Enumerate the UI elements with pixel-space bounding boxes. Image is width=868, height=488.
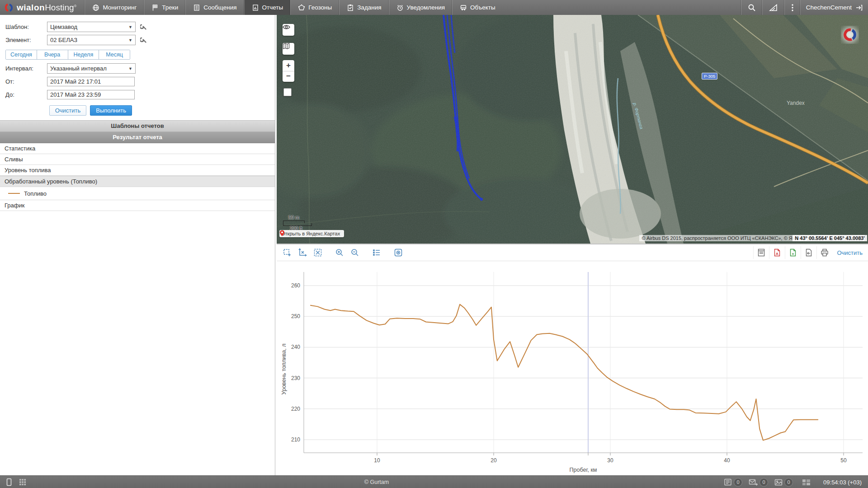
nav-item-messages[interactable]: Сообщения (185, 0, 244, 15)
interval-row: Интервал: Указанный интервал▼ (5, 62, 275, 75)
export-pdf-icon: A (773, 248, 782, 257)
clipboard-icon (347, 4, 354, 11)
tab-today[interactable]: Сегодня (6, 50, 37, 59)
zoom-controls: + − (283, 60, 294, 82)
nav-item-notifications[interactable]: Уведомления (389, 0, 452, 15)
template-select[interactable]: Цемзавод▼ (47, 22, 136, 32)
nav-item-reports[interactable]: Отчеты (244, 0, 291, 15)
export-pdf-button[interactable]: A (769, 246, 785, 259)
chart-zoom-in-button[interactable] (333, 246, 346, 259)
report-table-icon (757, 248, 766, 257)
zoom-in-icon (335, 248, 344, 257)
tab-yesterday[interactable]: Вчера (37, 50, 68, 59)
map-canvas[interactable]: + − 50 m 200 ft Открыть в Яндекс.Картах … (277, 15, 868, 244)
nav-item-monitoring[interactable]: Мониторинг (85, 0, 144, 15)
svg-text:10: 10 (374, 457, 380, 464)
template-settings-button[interactable] (140, 23, 147, 30)
geofence-icon (298, 4, 305, 11)
zoom-out-button[interactable]: − (283, 71, 294, 82)
legend-list-icon (372, 248, 381, 257)
media-counter[interactable]: 0 (774, 478, 793, 487)
nav-item-geofences[interactable]: Геозоны (290, 0, 339, 15)
map-mini-checkbox[interactable] (283, 88, 292, 96)
chart-clear-link[interactable]: Очистить (837, 249, 863, 256)
wrench-icon (140, 37, 147, 43)
result-item-processed-fuel-level[interactable]: Обработанный уровень (Топливо) (0, 176, 275, 187)
export-file-button[interactable] (801, 246, 816, 259)
apps-table-icon[interactable] (802, 479, 811, 486)
result-item-statistics[interactable]: Статистика (0, 143, 275, 154)
open-in-yandex-button[interactable]: Открыть в Яндекс.Картах (279, 230, 344, 237)
media-status-icon (774, 479, 783, 486)
svg-text:Уровень топлива, л: Уровень топлива, л (281, 344, 287, 395)
satellite-imagery (277, 15, 868, 244)
report-table-button[interactable] (753, 246, 769, 259)
legend-label: Топливо (24, 190, 47, 197)
report-panel: Шаблон: Цемзавод▼ Элемент: 02 БЕЛАЗ▼ Сег… (0, 15, 275, 475)
gurtam-copyright: © Gurtam (364, 479, 389, 485)
media-count-badge: 0 (784, 478, 793, 487)
messages-counter[interactable]: 0 (749, 478, 768, 487)
result-item-fuel-level[interactable]: Уровень топлива (0, 165, 275, 176)
from-date-input[interactable] (47, 77, 135, 86)
wialon-map-watermark (843, 28, 857, 42)
to-date-input[interactable] (47, 90, 135, 99)
tab-week[interactable]: Неделя (68, 50, 99, 59)
legend-toggle-button[interactable] (370, 246, 383, 259)
tooltip-marker-button[interactable] (392, 246, 405, 259)
map-scale: 50 m 200 ft (283, 221, 312, 226)
unit-select[interactable]: 02 БЕЛАЗ▼ (47, 35, 136, 45)
nav-item-jobs[interactable]: Задания (339, 0, 388, 15)
reports-counter[interactable]: 0 (724, 478, 742, 487)
wialon-logo[interactable]: wialonHosting® (0, 0, 85, 15)
clear-button[interactable]: Очистить (49, 105, 87, 116)
zoom-x-icon (298, 248, 307, 257)
from-label: От: (5, 78, 47, 85)
zoom-in-button[interactable]: + (283, 60, 294, 71)
nav-item-tracks[interactable]: Треки (144, 0, 185, 15)
section-report-templates[interactable]: Шаблоны отчетов (0, 120, 275, 132)
section-report-result[interactable]: Результат отчета (0, 132, 275, 143)
map-layers-button[interactable] (283, 43, 294, 55)
export-xls-button[interactable]: x (785, 246, 801, 259)
wrench-icon (140, 23, 147, 30)
result-item-thefts[interactable]: Сливы (0, 154, 275, 165)
unit-row: Элемент: 02 БЕЛАЗ▼ (5, 33, 275, 47)
visibility-button[interactable] (283, 24, 294, 36)
action-buttons: Очистить Выполнить (5, 105, 132, 116)
apps-grid-icon[interactable] (19, 479, 26, 486)
user-menu[interactable]: ChechenCement (800, 0, 868, 15)
svg-text:x: x (792, 252, 794, 256)
execute-button[interactable]: Выполнить (90, 105, 132, 116)
reports-icon (252, 4, 259, 11)
road-number-badge: Р-305 (702, 73, 717, 80)
svg-text:50: 50 (840, 457, 847, 464)
zoom-area-button[interactable] (280, 246, 294, 259)
alarm-icon (396, 4, 404, 11)
print-icon (820, 248, 829, 257)
more-menu-button[interactable] (784, 0, 800, 15)
zoom-x-axis-button[interactable] (296, 246, 309, 259)
map-layers-icon (283, 43, 290, 49)
fuel-level-chart: 2102202302402502601020304050Уровень топл… (277, 244, 868, 476)
svg-text:220: 220 (291, 406, 300, 412)
chevron-down-icon: ▼ (128, 38, 132, 42)
nav-item-units[interactable]: Объекты (452, 0, 503, 15)
print-button[interactable] (816, 246, 832, 259)
search-button[interactable] (741, 0, 762, 15)
tools-button[interactable] (762, 0, 784, 15)
messages-icon (193, 4, 200, 11)
result-item-chart[interactable]: График (0, 200, 275, 211)
chart-zoom-out-button[interactable] (348, 246, 362, 259)
interval-select[interactable]: Указанный интервал▼ (47, 63, 136, 74)
zoom-reset-button[interactable] (311, 246, 325, 259)
flag-icon (151, 4, 159, 11)
mobile-view-icon[interactable] (6, 478, 12, 486)
unit-settings-button[interactable] (140, 37, 147, 43)
messages-status-icon (749, 479, 758, 486)
unit-label: Элемент: (5, 37, 47, 43)
tab-month[interactable]: Месяц (99, 50, 130, 59)
chart-legend-item-fuel[interactable]: Топливо (0, 187, 275, 200)
interval-label: Интервал: (5, 65, 47, 72)
status-bar: © Gurtam 0 0 0 09:54:03 (+03) (0, 475, 868, 488)
